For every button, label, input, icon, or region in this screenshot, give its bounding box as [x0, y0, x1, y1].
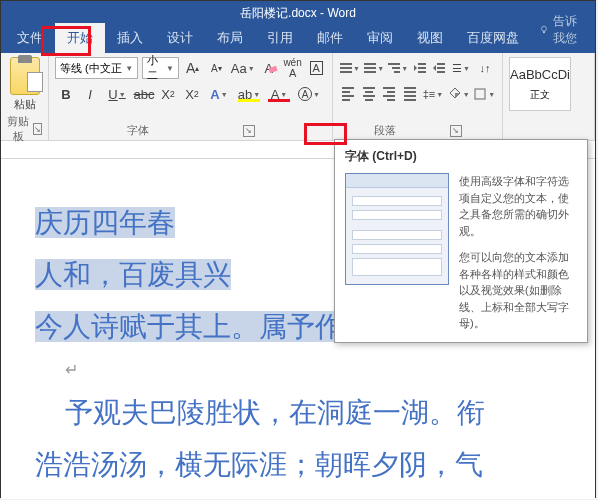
paragraph-mark: ↵: [65, 360, 595, 379]
ribbon-tabs: 文件 开始 插入 设计 布局 引用 邮件 审阅 视图 百度网盘 告诉我您: [1, 25, 595, 53]
clipboard-group-label: 剪贴板: [7, 114, 29, 144]
paste-icon[interactable]: [10, 57, 40, 95]
tab-mailings[interactable]: 邮件: [305, 23, 355, 53]
tab-view[interactable]: 视图: [405, 23, 455, 53]
chevron-down-icon: ▼: [125, 64, 133, 73]
justify-button[interactable]: [401, 83, 420, 105]
strike-button[interactable]: abc: [133, 83, 155, 105]
font-size-combo[interactable]: 小二▼: [142, 57, 179, 79]
tab-insert[interactable]: 插入: [105, 23, 155, 53]
font-name-combo[interactable]: 等线 (中文正▼: [55, 57, 138, 79]
group-paragraph: ▼ ▼ ▼ ☰▼ ↓↑ ‡≡▼ ▼ ▼ 段落↘: [333, 53, 503, 140]
paste-label[interactable]: 粘贴: [14, 97, 36, 112]
title-bar: 岳阳楼记.docx - Word: [1, 1, 595, 25]
tab-file[interactable]: 文件: [5, 23, 55, 53]
align-left-button[interactable]: [339, 83, 358, 105]
chevron-down-icon: ▼: [166, 64, 174, 73]
align-right-button[interactable]: [380, 83, 399, 105]
numbering-button[interactable]: ▼: [363, 57, 385, 79]
shading-button[interactable]: ▼: [447, 83, 471, 105]
align-center-button[interactable]: [360, 83, 379, 105]
phonetic-button[interactable]: wénA: [283, 57, 303, 79]
clear-format-button[interactable]: A: [259, 57, 279, 79]
bullets-button[interactable]: ▼: [339, 57, 361, 79]
svg-rect-1: [543, 31, 545, 33]
superscript-button[interactable]: X2: [181, 83, 203, 105]
paragraph-launcher[interactable]: ↘: [450, 125, 462, 137]
paragraph-group-label: 段落: [374, 123, 396, 138]
svg-rect-5: [437, 63, 445, 65]
increase-indent-button[interactable]: [431, 57, 448, 79]
bold-button[interactable]: B: [55, 83, 77, 105]
svg-rect-7: [437, 71, 445, 73]
text-effects-button[interactable]: A▼: [205, 83, 233, 105]
font-dialog-launcher[interactable]: ↘: [243, 125, 255, 137]
tooltip-thumbnail: [345, 173, 449, 285]
tab-home[interactable]: 开始: [55, 23, 105, 53]
bulb-icon: [539, 23, 549, 37]
svg-rect-8: [475, 89, 485, 99]
tab-references[interactable]: 引用: [255, 23, 305, 53]
highlight-button[interactable]: ab▼: [235, 83, 263, 105]
tooltip-description: 使用高级字体和字符选项自定义您的文本，使之具备您所需的确切外观。 您可以向您的文…: [459, 173, 577, 332]
underline-button[interactable]: U▼: [103, 83, 131, 105]
tab-baidu[interactable]: 百度网盘: [455, 23, 531, 53]
style-normal[interactable]: AaBbCcDi 正文: [509, 57, 571, 111]
group-font: 等线 (中文正▼ 小二▼ A▴ A▾ Aa▼ A wénA A B I U▼ a…: [49, 53, 333, 140]
svg-rect-6: [437, 67, 445, 69]
font-tooltip: 字体 (Ctrl+D) 使用高级字体和字符选项自定义您的文本，使之具备您所需的确…: [334, 139, 588, 343]
char-border-button[interactable]: A: [306, 57, 326, 79]
sort-button[interactable]: ↓↑: [474, 57, 496, 79]
decrease-indent-button[interactable]: [411, 57, 428, 79]
grow-font-button[interactable]: A▴: [183, 57, 203, 79]
document-title: 岳阳楼记.docx - Word: [240, 5, 356, 22]
svg-rect-4: [418, 71, 426, 73]
clipboard-launcher[interactable]: ↘: [33, 123, 42, 135]
tooltip-title: 字体 (Ctrl+D): [345, 148, 577, 165]
svg-rect-3: [418, 67, 426, 69]
tab-design[interactable]: 设计: [155, 23, 205, 53]
line-spacing-button[interactable]: ‡≡▼: [421, 83, 445, 105]
svg-rect-2: [418, 63, 426, 65]
ribbon: 粘贴 剪贴板↘ 等线 (中文正▼ 小二▼ A▴ A▾ Aa▼ A wénA A …: [1, 53, 595, 141]
change-case-button[interactable]: Aa▼: [230, 57, 255, 79]
multilevel-button[interactable]: ▼: [387, 57, 409, 79]
borders-button[interactable]: ▼: [472, 83, 496, 105]
font-group-label: 字体: [127, 123, 149, 138]
group-styles: AaBbCcDi 正文: [503, 53, 595, 140]
asian-layout-button[interactable]: ☰▼: [450, 57, 472, 79]
tab-layout[interactable]: 布局: [205, 23, 255, 53]
font-color-button[interactable]: A▼: [265, 83, 293, 105]
italic-button[interactable]: I: [79, 83, 101, 105]
svg-point-0: [541, 26, 546, 31]
group-clipboard: 粘贴 剪贴板↘: [1, 53, 49, 140]
shrink-font-button[interactable]: A▾: [207, 57, 227, 79]
tab-review[interactable]: 审阅: [355, 23, 405, 53]
tell-me-search[interactable]: 告诉我您: [531, 7, 595, 53]
selected-text: 庆历四年春: [35, 207, 175, 238]
enclose-char-button[interactable]: A▼: [295, 83, 323, 105]
subscript-button[interactable]: X2: [157, 83, 179, 105]
